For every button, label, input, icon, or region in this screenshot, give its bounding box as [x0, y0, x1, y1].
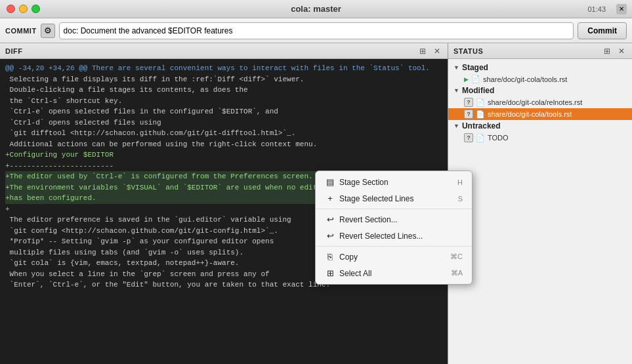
context-menu-item[interactable]: ↩Revert Section...: [316, 211, 472, 228]
commit-message-input[interactable]: [59, 22, 574, 39]
diff-line: @@ -34,20 +34,26 @@ There are several co…: [5, 63, 442, 74]
diff-close-icon[interactable]: ✕: [432, 46, 442, 56]
status-section-header: ▼Untracked: [448, 120, 632, 132]
file-status-badge: ?: [464, 133, 473, 142]
context-menu-shortcut: S: [458, 195, 463, 203]
context-menu-item-label: Select All: [339, 269, 371, 278]
context-menu-item-icon: ↩: [325, 214, 335, 224]
window-controls[interactable]: [7, 5, 40, 13]
file-status-badge: ?: [464, 110, 473, 119]
status-file-item[interactable]: ▶📄share/doc/git-cola/tools.rst: [448, 73, 632, 85]
file-name: share/doc/git-cola/tools.rst: [483, 75, 567, 83]
file-status-badge: ?: [464, 98, 473, 107]
status-expand-icon[interactable]: ⊞: [602, 46, 612, 56]
context-menu-shortcut: H: [457, 178, 463, 186]
context-menu-item-icon: ⊞: [325, 268, 335, 278]
diff-label: Diff: [5, 47, 413, 55]
system-clock: 01:43: [587, 5, 606, 13]
context-menu-item-icon: ⎘: [325, 252, 335, 262]
diff-line: `git difftool <http://schacon.github.com…: [5, 128, 442, 139]
status-label: Status: [453, 47, 598, 55]
context-menu-separator: [316, 209, 472, 209]
context-menu-item-icon: ↩: [325, 231, 335, 241]
context-menu-item-label: Stage Section: [339, 178, 389, 187]
context-menu-item-icon: ▤: [325, 177, 335, 187]
context-menu-item[interactable]: +Stage Selected LinesS: [316, 190, 472, 207]
context-menu-shortcut: ⌘A: [451, 269, 463, 277]
window-title: cola: master: [291, 4, 341, 14]
status-close-icon[interactable]: ✕: [616, 46, 627, 56]
minimize-button[interactable]: [19, 5, 28, 13]
diff-panel-header: Diff ⊞ ✕: [0, 43, 448, 59]
status-section-header: ▼Staged: [448, 62, 632, 73]
diff-line: Selecting a file displays its diff in th…: [5, 74, 442, 85]
file-icon: 📄: [476, 134, 485, 142]
context-menu-item[interactable]: ▤Stage SectionH: [316, 174, 472, 190]
commit-toolbar: Commit ⚙ Commit: [0, 18, 632, 43]
context-menu-item-label: Revert Section...: [339, 215, 398, 224]
status-content: ▼Staged▶📄share/doc/git-cola/tools.rst▼Mo…: [448, 59, 632, 364]
status-file-item[interactable]: ?📄TODO: [448, 132, 632, 144]
context-menu-separator: [316, 246, 472, 247]
diff-line: +------------------------: [5, 161, 442, 172]
diff-line: Additional actions can be performed usin…: [5, 139, 442, 150]
commit-section-label: Commit: [5, 27, 37, 35]
context-menu-item-icon: +: [325, 193, 335, 203]
diff-copy-icon[interactable]: ⊞: [417, 46, 428, 56]
context-menu-shortcut: ⌘C: [450, 253, 463, 261]
file-name: share/doc/git-cola/tools.rst: [488, 110, 572, 118]
file-name: share/doc/git-cola/relnotes.rst: [488, 98, 582, 106]
settings-button[interactable]: ⚙: [41, 24, 55, 38]
commit-button[interactable]: Commit: [578, 22, 627, 39]
diff-line: `Ctrl-d` opens selected files using: [5, 117, 442, 129]
diff-line: `Ctrl-e` opens selected files in the con…: [5, 106, 442, 117]
status-section-header: ▼Modified: [448, 85, 632, 96]
window-close-icon[interactable]: ✕: [616, 4, 627, 14]
context-menu-item-label: Revert Selected Lines...: [339, 232, 423, 241]
file-icon: 📄: [476, 110, 485, 119]
context-menu-item-label: Stage Selected Lines: [339, 194, 413, 203]
status-panel-header: Status ⊞ ✕: [448, 43, 632, 59]
title-bar: cola: master 01:43 ✕: [0, 0, 632, 18]
context-menu-item-label: Copy: [339, 253, 358, 262]
diff-line: Double-clicking a file stages its conten…: [5, 85, 442, 96]
status-file-item[interactable]: ?📄share/doc/git-cola/relnotes.rst: [448, 96, 632, 108]
maximize-button[interactable]: [32, 5, 40, 13]
close-button[interactable]: [7, 5, 15, 13]
context-menu-item[interactable]: ⎘Copy⌘C: [316, 249, 472, 265]
context-menu: ▤Stage SectionH+Stage Selected LinesS↩Re…: [315, 171, 473, 285]
context-menu-item[interactable]: ↩Revert Selected Lines...: [316, 228, 472, 244]
diff-line: +Configuring your $EDITOR: [5, 150, 442, 161]
gear-icon: ⚙: [44, 26, 52, 35]
file-name: TODO: [488, 134, 509, 142]
status-panel: Status ⊞ ✕ ▼Staged▶📄share/doc/git-cola/t…: [448, 43, 632, 364]
context-menu-item[interactable]: ⊞Select All⌘A: [316, 265, 472, 281]
file-icon: 📄: [476, 98, 485, 107]
file-icon: 📄: [471, 75, 480, 83]
diff-line: the `Ctrl-s` shortcut key.: [5, 96, 442, 107]
status-file-item[interactable]: ?📄share/doc/git-cola/tools.rst: [448, 108, 632, 120]
